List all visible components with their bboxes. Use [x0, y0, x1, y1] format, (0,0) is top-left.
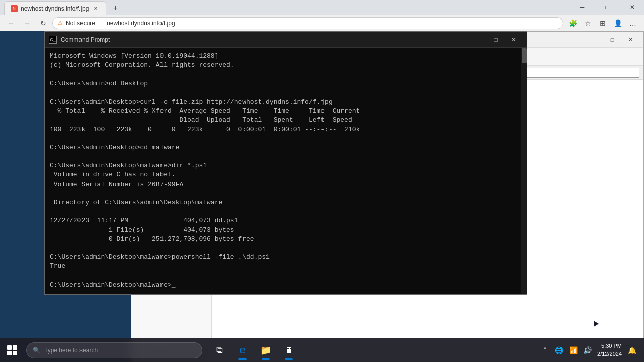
tab-favicon: N — [11, 5, 18, 12]
address-separator: | — [100, 20, 102, 27]
address-bar[interactable]: ⚠ Not secure | newhost.dyndns.info/f.jpg — [52, 17, 564, 29]
tab-close-button[interactable]: ✕ — [92, 5, 100, 13]
system-clock[interactable]: 5:30 PM 2/12/2024 — [595, 342, 624, 358]
fe-maximize-button[interactable]: □ — [603, 33, 621, 47]
terminal-icon: 🖥 — [285, 346, 293, 355]
cmd-body: Microsoft Windows [Version 10.0.19044.12… — [45, 48, 527, 294]
chevron-tray-icon[interactable]: ˄ — [539, 344, 551, 356]
extensions-button[interactable]: 🧩 — [566, 16, 580, 30]
network-icon[interactable]: 📶 — [567, 344, 579, 356]
fe-close-button[interactable]: ✕ — [621, 33, 639, 47]
cmd-title: Command Prompt — [61, 36, 464, 43]
taskbar-search-icon: 🔍 — [33, 347, 40, 354]
cmd-output[interactable]: Microsoft Windows [Version 10.0.19044.12… — [45, 48, 521, 294]
settings-button[interactable]: … — [626, 16, 640, 30]
clock-date: 2/12/2024 — [597, 350, 622, 358]
terminal-taskbar-button[interactable]: 🖥 — [278, 339, 300, 361]
sound-icon[interactable]: 🔊 — [581, 344, 593, 356]
browser-minimize-button[interactable]: ─ — [571, 0, 594, 15]
taskbar-right: ˄ 🌐 📶 🔊 5:30 PM 2/12/2024 🔔 — [539, 342, 644, 358]
notification-button[interactable]: 🔔 — [626, 344, 638, 356]
edge-icon: e — [239, 344, 245, 356]
cmd-close-button[interactable]: ✕ — [505, 33, 523, 47]
cmd-window-controls: ─ □ ✕ — [468, 33, 523, 47]
cmd-minimize-button[interactable]: ─ — [468, 33, 487, 47]
anyrun-brand-text2: RUN — [607, 317, 634, 330]
browser-nav-icons: 🧩 ☆ ⊞ 👤 … — [566, 16, 640, 30]
fe-window-controls: ─ □ ✕ — [585, 33, 639, 47]
security-label: Not secure — [66, 20, 95, 27]
start-square-2 — [13, 345, 17, 350]
browser-nav-bar: ← → ↻ ⚠ Not secure | newhost.dyndns.info… — [0, 15, 644, 31]
profile-button[interactable]: 👤 — [611, 16, 625, 30]
start-button[interactable] — [0, 338, 24, 363]
cmd-scrollbar-thumb[interactable] — [522, 48, 527, 63]
collections-button[interactable]: ⊞ — [596, 16, 610, 30]
file-explorer-taskbar-button[interactable]: 📁 — [255, 339, 277, 361]
forward-button[interactable]: → — [20, 16, 34, 30]
back-button[interactable]: ← — [4, 16, 18, 30]
start-square-1 — [7, 345, 12, 350]
browser-maximize-button[interactable]: □ — [596, 0, 619, 15]
browser-tabs-row: N newhost.dyndns.info/f.jpg ✕ + ─ □ ✕ — [0, 0, 644, 15]
taskview-icon: ⧉ — [216, 345, 223, 355]
cmd-icon: C_ — [49, 36, 57, 44]
browser-tab-active[interactable]: N newhost.dyndns.info/f.jpg ✕ — [4, 1, 106, 15]
security-icon: ⚠ — [58, 20, 63, 26]
taskbar: 🔍 Type here to search ⧉ e 📁 🖥 ˄ 🌐 📶 🔊 5:… — [0, 338, 644, 362]
file-explorer-icon: 📁 — [260, 345, 271, 356]
taskbar-apps: ⧉ e 📁 🖥 — [208, 339, 300, 361]
address-text: newhost.dyndns.info/f.jpg — [107, 20, 175, 27]
taskview-button[interactable]: ⧉ — [208, 339, 230, 361]
language-icon[interactable]: 🌐 — [553, 344, 565, 356]
windows-icon — [7, 345, 17, 355]
browser-window-controls: ─ □ ✕ — [571, 0, 644, 15]
anyrun-play-icon — [588, 316, 604, 332]
browser-close-button[interactable]: ✕ — [621, 0, 644, 15]
tab-title: newhost.dyndns.info/f.jpg — [21, 5, 89, 12]
favorites-button[interactable]: ☆ — [581, 16, 595, 30]
anyrun-logo: NY RUN — [568, 316, 634, 332]
cmd-icon-label: C_ — [50, 37, 56, 42]
taskbar-search-placeholder: Type here to search — [44, 347, 98, 354]
cmd-window: C_ Command Prompt ─ □ ✕ Microsoft Window… — [44, 31, 527, 295]
clock-time: 5:30 PM — [597, 342, 622, 350]
edge-button[interactable]: e — [231, 339, 254, 361]
cmd-titlebar: C_ Command Prompt ─ □ ✕ — [45, 32, 527, 48]
new-tab-button[interactable]: + — [108, 1, 122, 15]
cmd-scrollbar[interactable] — [521, 48, 527, 294]
start-square-4 — [13, 351, 17, 355]
fe-minimize-button[interactable]: ─ — [585, 33, 603, 47]
taskbar-search[interactable]: 🔍 Type here to search — [26, 342, 202, 358]
browser-chrome: N newhost.dyndns.info/f.jpg ✕ + ─ □ ✕ ← … — [0, 0, 644, 31]
start-square-3 — [7, 351, 12, 355]
anyrun-brand-text: NY — [568, 317, 585, 330]
cmd-maximize-button[interactable]: □ — [487, 33, 505, 47]
refresh-button[interactable]: ↻ — [36, 16, 50, 30]
